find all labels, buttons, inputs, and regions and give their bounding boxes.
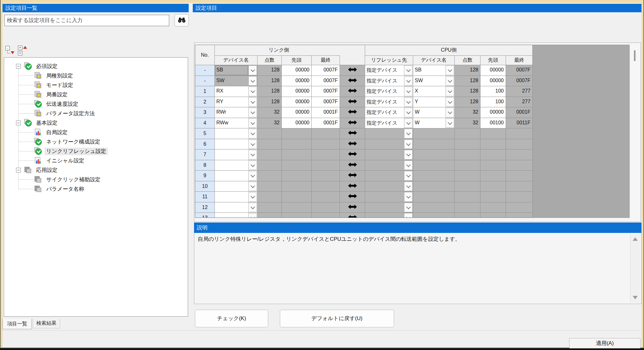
link-start-cell[interactable]: 00000 (282, 86, 312, 97)
refresh-dest-cell[interactable] (365, 181, 413, 192)
scroll-up-icon[interactable] (633, 237, 638, 241)
cpu-device-cell[interactable]: Y (413, 97, 455, 108)
link-end-cell[interactable]: 0007F (312, 86, 340, 97)
row-number-cell[interactable]: 2 (195, 97, 215, 108)
dropdown-button[interactable] (446, 108, 454, 117)
dropdown-button[interactable] (446, 76, 454, 86)
dropdown-button[interactable] (404, 213, 413, 218)
tree-item-label[interactable]: 応用設定 (35, 167, 59, 174)
dropdown-button[interactable] (404, 139, 413, 149)
tree-expander-minus[interactable] (16, 64, 21, 69)
row-number-cell[interactable]: - (195, 76, 215, 87)
link-end-cell[interactable]: 0007F (312, 76, 340, 87)
refresh-dest-cell[interactable]: 指定デバイス (365, 107, 413, 118)
refresh-dest-cell[interactable]: 指定デバイス (365, 65, 413, 76)
tree-item-モード設定[interactable]: モード設定 (4, 81, 188, 90)
link-device-cell[interactable] (215, 213, 258, 218)
tree-item-イニシャル設定[interactable]: イニシャル設定 (4, 156, 188, 166)
dropdown-button[interactable] (404, 203, 413, 212)
dropdown-button[interactable] (404, 108, 413, 117)
row-number-cell[interactable]: - (195, 65, 215, 76)
link-start-cell[interactable]: 00000 (282, 107, 312, 118)
description-scrollbar[interactable] (630, 234, 640, 302)
link-device-cell[interactable]: RWw (215, 118, 258, 129)
link-device-cell[interactable] (215, 192, 258, 202)
refresh-dest-cell[interactable] (365, 128, 413, 139)
scrollbar-thumb[interactable] (634, 50, 636, 61)
dropdown-button[interactable] (248, 203, 257, 212)
refresh-dest-cell[interactable]: 指定デバイス (365, 118, 413, 129)
cpu-start-cell[interactable]: 00000 (480, 76, 506, 87)
tree-item-label[interactable]: 局番設定 (45, 91, 69, 99)
link-end-cell[interactable]: 0001F (312, 118, 340, 129)
row-number-cell[interactable]: 9 (195, 171, 215, 181)
link-start-cell[interactable]: 00000 (282, 76, 312, 87)
refresh-dest-cell[interactable]: 指定デバイス (365, 86, 413, 97)
row-number-cell[interactable]: 11 (195, 192, 215, 202)
dropdown-button[interactable] (446, 97, 454, 107)
row-number-cell[interactable]: 3 (195, 107, 215, 118)
tree-item-パラメータ名称[interactable]: パラメータ名称 (4, 184, 188, 194)
dropdown-button[interactable] (404, 76, 413, 86)
dropdown-button[interactable] (248, 182, 257, 191)
dropdown-button[interactable] (248, 139, 257, 149)
tree-item-応用設定[interactable]: 応用設定 (4, 166, 188, 175)
dropdown-button[interactable] (446, 65, 454, 75)
dropdown-button[interactable] (446, 118, 454, 128)
search-button[interactable] (175, 14, 189, 26)
dropdown-button[interactable] (248, 171, 257, 181)
link-end-cell[interactable]: 0001F (312, 107, 340, 118)
row-number-cell[interactable]: 12 (195, 202, 215, 213)
tree-item-基本設定[interactable]: 基本設定 (4, 118, 188, 128)
tree-expander-minus[interactable] (16, 121, 21, 125)
refresh-dest-cell[interactable]: 指定デバイス (365, 97, 413, 108)
refresh-dest-cell[interactable] (365, 213, 413, 218)
tree-item-label[interactable]: パラメータ名称 (45, 185, 86, 193)
refresh-dest-cell[interactable]: 指定デバイス (365, 76, 413, 87)
tree-item-label[interactable]: パラメータ設定方法 (45, 110, 97, 117)
tree-item-label[interactable]: サイクリック補助設定 (45, 176, 102, 183)
link-end-cell[interactable]: 0007F (312, 97, 340, 108)
dropdown-button[interactable] (404, 182, 413, 191)
dropdown-button[interactable] (404, 161, 413, 170)
tree-item-パラメータ設定方法[interactable]: パラメータ設定方法 (4, 109, 188, 118)
row-number-cell[interactable]: 8 (195, 160, 215, 171)
tree-item-label[interactable]: 伝送速度設定 (45, 100, 80, 108)
row-number-cell[interactable]: 7 (195, 150, 215, 160)
dropdown-button[interactable] (248, 161, 257, 170)
refresh-dest-cell[interactable] (365, 150, 413, 160)
tree-item-label[interactable]: 局種別設定 (45, 72, 75, 80)
tree-item-label[interactable]: リンクリフレッシュ設定 (45, 148, 108, 155)
row-number-cell[interactable]: 5 (195, 128, 215, 139)
tab-item-list[interactable]: 項目一覧 (3, 319, 32, 329)
refresh-dest-cell[interactable] (365, 192, 413, 202)
tab-search-results[interactable]: 検索結果 (33, 319, 60, 328)
link-device-cell[interactable]: RX (215, 86, 258, 97)
link-device-cell[interactable] (215, 181, 258, 192)
link-start-cell[interactable]: 00000 (282, 65, 312, 76)
refresh-dest-cell[interactable] (365, 171, 413, 181)
refresh-dest-cell[interactable] (365, 202, 413, 213)
dropdown-button[interactable] (404, 97, 413, 107)
link-device-cell[interactable] (215, 139, 258, 150)
link-device-cell[interactable] (215, 202, 258, 213)
check-button[interactable]: チェック(K) (195, 310, 268, 327)
dropdown-button[interactable] (248, 129, 257, 138)
refresh-dest-cell[interactable] (365, 139, 413, 150)
tree-expander-minus[interactable] (16, 168, 21, 172)
tree-item-label[interactable]: 基本設定 (35, 119, 59, 127)
dropdown-button[interactable] (248, 97, 257, 107)
dropdown-button[interactable] (404, 150, 413, 160)
link-device-cell[interactable] (215, 128, 258, 139)
tree-item-局種別設定[interactable]: 局種別設定 (4, 71, 188, 81)
link-device-cell[interactable] (215, 160, 258, 171)
dropdown-button[interactable] (248, 150, 257, 160)
tree-item-label[interactable]: ネットワーク構成設定 (45, 138, 102, 146)
cpu-device-cell[interactable]: W (413, 107, 455, 118)
tree-item-自局設定[interactable]: 自局設定 (4, 128, 188, 137)
dropdown-button[interactable] (404, 65, 413, 75)
refresh-dest-cell[interactable] (365, 160, 413, 171)
cpu-start-cell[interactable]: 00100 (480, 118, 506, 129)
row-number-cell[interactable]: 10 (195, 181, 215, 192)
tree-item-局番設定[interactable]: 局番設定 (4, 90, 188, 99)
